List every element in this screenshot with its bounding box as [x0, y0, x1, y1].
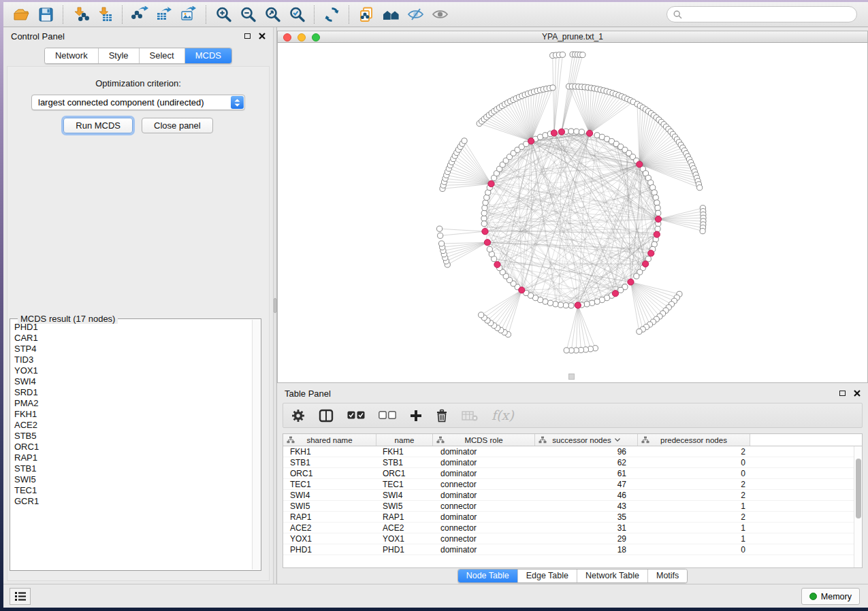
table-row[interactable]: TEC1TEC1connector472 — [283, 479, 862, 490]
tab-mcds[interactable]: MCDS — [184, 48, 231, 63]
close-panel-icon[interactable] — [854, 390, 861, 397]
table-row[interactable]: RAP1RAP1dominator352 — [283, 512, 862, 523]
close-panel-icon[interactable] — [259, 33, 266, 39]
add-row-icon[interactable] — [410, 410, 422, 422]
result-node-item[interactable]: RAP1 — [14, 452, 252, 463]
table-row[interactable]: SWI4SWI4dominator462 — [283, 490, 862, 501]
network-canvas[interactable] — [278, 43, 867, 382]
table-scrollbar-thumb[interactable] — [856, 459, 861, 518]
table-tab-edge-table[interactable]: Edge Table — [517, 569, 577, 582]
copy-network-icon[interactable] — [354, 4, 379, 24]
save-session-icon[interactable] — [33, 4, 58, 24]
zoom-selected-icon[interactable] — [285, 4, 309, 24]
table-row[interactable]: ACE2ACE2connector311 — [283, 523, 862, 533]
cell: PHD1 — [283, 544, 376, 555]
hide-selected-icon[interactable] — [403, 4, 428, 24]
split-collapse-handle[interactable] — [568, 374, 575, 380]
result-node-item[interactable]: TID3 — [14, 354, 252, 365]
splitter-handle[interactable] — [274, 298, 276, 313]
toolbar-separator — [349, 5, 349, 24]
cell: YOX1 — [376, 533, 433, 544]
float-panel-icon[interactable] — [244, 33, 251, 39]
delete-table-icon-disabled — [462, 410, 478, 421]
column-header-shared-name[interactable]: shared name — [283, 434, 376, 446]
select-all-icon[interactable] — [347, 411, 365, 420]
node-table: shared namename MCDS role successor node… — [283, 433, 863, 568]
column-header-successor-nodes[interactable]: successor nodes — [535, 434, 638, 446]
table-row[interactable]: FKH1FKH1dominator962 — [283, 446, 862, 457]
result-node-item[interactable]: FKH1 — [14, 409, 252, 420]
close-panel-button[interactable]: Close panel — [142, 118, 213, 133]
zoom-fit-icon[interactable] — [260, 4, 285, 24]
close-window-icon[interactable] — [283, 33, 291, 42]
function-builder-icon-disabled: f(x) — [492, 409, 514, 422]
result-node-item[interactable]: ACE2 — [14, 420, 252, 431]
network-view-titlebar[interactable]: YPA_prune.txt_1 — [278, 31, 867, 43]
first-neighbors-icon[interactable] — [379, 4, 403, 24]
search-box[interactable] — [666, 6, 857, 22]
cell: connector — [433, 501, 535, 511]
result-node-item[interactable]: PMA2 — [14, 398, 252, 409]
table-row[interactable]: PHD1PHD1dominator180 — [283, 544, 862, 555]
result-scrollbar[interactable] — [252, 320, 260, 569]
column-header-MCDS-role[interactable]: MCDS role — [433, 434, 535, 446]
result-node-item[interactable]: ORC1 — [14, 442, 252, 452]
table-row[interactable]: SWI5SWI5connector431 — [283, 501, 862, 512]
export-image-icon[interactable] — [176, 4, 201, 24]
cell: 43 — [535, 501, 638, 511]
maximize-window-icon[interactable] — [312, 33, 320, 42]
run-mcds-button[interactable]: Run MCDS — [63, 118, 133, 133]
tab-style[interactable]: Style — [98, 48, 139, 63]
result-node-item[interactable]: GCR1 — [14, 496, 252, 507]
toolbar-separator — [206, 5, 206, 24]
cell: dominator — [433, 446, 535, 457]
show-all-icon[interactable] — [428, 4, 452, 24]
result-node-item[interactable]: CAR1 — [14, 333, 252, 344]
result-node-item[interactable]: SRD1 — [14, 387, 252, 398]
table-tab-motifs[interactable]: Motifs — [647, 569, 687, 582]
table-row[interactable]: ORC1ORC1dominator610 — [283, 468, 862, 479]
table-scrollbar[interactable] — [854, 446, 862, 567]
result-node-item[interactable]: TEC1 — [14, 485, 252, 496]
refresh-icon[interactable] — [319, 4, 344, 24]
import-table-icon[interactable] — [93, 4, 117, 24]
show-columns-icon[interactable] — [319, 409, 334, 423]
import-network-icon[interactable] — [68, 4, 93, 24]
result-node-item[interactable]: STP4 — [14, 344, 252, 354]
cell: dominator — [433, 468, 535, 478]
search-input[interactable] — [686, 9, 850, 20]
open-file-icon[interactable] — [9, 4, 33, 24]
column-header-name[interactable]: name — [376, 434, 433, 446]
column-header-predecessor-nodes[interactable]: predecessor nodes — [638, 434, 750, 446]
result-node-item[interactable]: YOX1 — [14, 365, 252, 376]
result-node-item[interactable]: SWI5 — [14, 474, 252, 485]
zoom-out-icon[interactable] — [236, 4, 260, 24]
export-table-icon[interactable] — [152, 4, 176, 24]
cell: connector — [433, 523, 535, 533]
result-node-item[interactable]: STB1 — [14, 463, 252, 474]
settings-icon[interactable] — [291, 409, 305, 423]
cell: 18 — [535, 544, 638, 555]
table-body: FKH1FKH1dominator962STB1STB1dominator620… — [283, 446, 862, 555]
float-panel-icon[interactable] — [839, 391, 846, 396]
cell: connector — [433, 479, 535, 489]
deselect-all-icon[interactable] — [379, 411, 396, 420]
criterion-dropdown[interactable]: largest connected component (undirected) — [31, 95, 245, 110]
export-network-icon[interactable] — [127, 4, 152, 24]
table-header-row: shared namename MCDS role successor node… — [283, 434, 862, 446]
result-node-item[interactable]: PHD1 — [14, 322, 252, 333]
task-history-button[interactable] — [10, 588, 31, 605]
minimize-window-icon[interactable] — [298, 33, 306, 42]
table-row[interactable]: STB1STB1dominator620 — [283, 457, 862, 468]
table-tab-node-table[interactable]: Node Table — [458, 569, 517, 582]
table-tab-network-table[interactable]: Network Table — [577, 569, 647, 582]
result-node-item[interactable]: SWI4 — [14, 376, 252, 387]
table-row[interactable]: YOX1YOX1connector291 — [283, 533, 862, 544]
zoom-in-icon[interactable] — [211, 4, 236, 24]
delete-row-icon[interactable] — [436, 409, 448, 423]
cell: FKH1 — [283, 446, 376, 457]
result-node-item[interactable]: STB5 — [14, 431, 252, 442]
tab-network[interactable]: Network — [45, 48, 98, 63]
tab-select[interactable]: Select — [139, 48, 184, 63]
memory-button[interactable]: Memory — [801, 588, 860, 605]
